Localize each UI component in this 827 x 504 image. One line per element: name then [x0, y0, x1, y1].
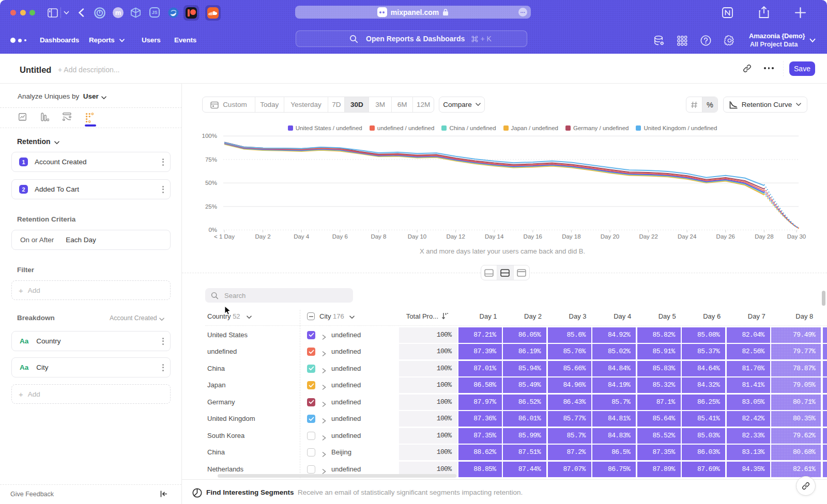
svg-text:Day 12: Day 12 [446, 233, 465, 240]
svg-text:Day 26: Day 26 [716, 233, 735, 240]
svg-text:Day 16: Day 16 [524, 233, 542, 240]
svg-text:Day 2: Day 2 [255, 233, 271, 240]
svg-text:Day 6: Day 6 [332, 233, 348, 240]
svg-text:Day 28: Day 28 [755, 233, 773, 240]
svg-text:Day 30: Day 30 [787, 233, 806, 240]
svg-text:Day 10: Day 10 [408, 233, 426, 240]
svg-text:0%: 0% [208, 227, 217, 233]
svg-text:75%: 75% [205, 156, 217, 163]
svg-text:25%: 25% [205, 203, 217, 210]
svg-text:Day 20: Day 20 [601, 233, 619, 240]
svg-text:50%: 50% [205, 180, 217, 186]
svg-text:Day 22: Day 22 [639, 233, 657, 240]
svg-text:Day 14: Day 14 [485, 233, 504, 240]
svg-text:Day 4: Day 4 [294, 233, 310, 240]
svg-text:Day 8: Day 8 [371, 233, 386, 240]
svg-text:Day 24: Day 24 [678, 233, 697, 240]
svg-text:Day 18: Day 18 [562, 233, 580, 240]
svg-text:< 1 Day: < 1 Day [214, 233, 235, 240]
svg-text:100%: 100% [202, 133, 217, 139]
